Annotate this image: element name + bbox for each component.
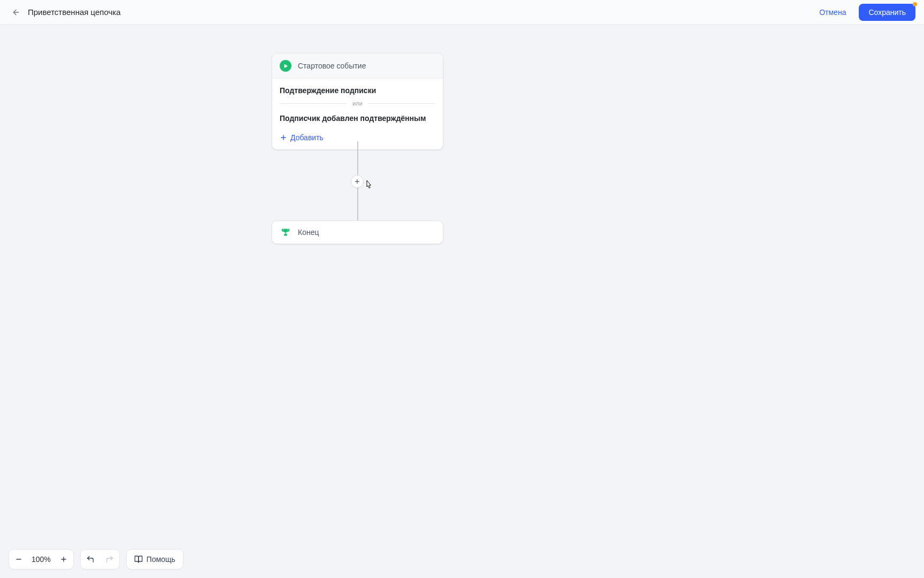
- arrow-left-icon: [12, 8, 20, 17]
- header-bar: Приветственная цепочка Отмена Сохранить: [0, 0, 924, 25]
- zoom-controls: 100%: [9, 549, 74, 569]
- or-divider: или: [280, 100, 435, 107]
- flow-canvas[interactable]: Стартовое событие Подтверждение подписки…: [0, 25, 924, 578]
- end-node-label: Конец: [298, 228, 319, 237]
- help-group: Помощь: [126, 549, 183, 569]
- back-button[interactable]: [9, 5, 24, 20]
- zoom-out-button[interactable]: [9, 550, 28, 569]
- add-step-button[interactable]: [351, 175, 364, 188]
- zoom-in-button[interactable]: [54, 550, 73, 569]
- start-node-header: Стартовое событие: [272, 54, 443, 79]
- redo-button[interactable]: [100, 550, 119, 569]
- help-button[interactable]: Помощь: [127, 550, 183, 569]
- trophy-icon: [280, 226, 291, 238]
- undo-button[interactable]: [81, 550, 100, 569]
- cancel-button[interactable]: Отмена: [812, 4, 853, 21]
- start-event-node[interactable]: Стартовое событие Подтверждение подписки…: [272, 53, 443, 150]
- pointer-cursor-icon: [363, 179, 374, 191]
- play-icon: [280, 60, 291, 72]
- page-title: Приветственная цепочка: [28, 7, 121, 17]
- bottom-toolbar: 100% Помощь: [9, 549, 183, 569]
- save-label: Сохранить: [868, 8, 906, 17]
- redo-icon: [105, 555, 114, 564]
- history-controls: [80, 549, 120, 569]
- plus-icon: [60, 556, 67, 563]
- help-label: Помощь: [147, 555, 175, 564]
- svg-marker-1: [284, 64, 287, 67]
- plus-icon: [280, 134, 287, 141]
- plus-icon: [354, 178, 360, 185]
- add-event-button[interactable]: Добавить: [280, 128, 324, 149]
- start-event-item[interactable]: Подтверждение подписки: [280, 79, 435, 100]
- undo-icon: [86, 555, 95, 564]
- start-node-title: Стартовое событие: [298, 62, 366, 70]
- unsaved-indicator-icon: [913, 2, 917, 6]
- or-label: или: [352, 100, 363, 107]
- end-node[interactable]: Конец: [272, 220, 443, 244]
- start-event-item[interactable]: Подписчик добавлен подтверждённым: [280, 107, 435, 128]
- add-event-label: Добавить: [290, 133, 324, 142]
- start-node-body: Подтверждение подписки или Подписчик доб…: [272, 79, 443, 149]
- book-icon: [134, 555, 143, 564]
- zoom-level: 100%: [28, 555, 54, 564]
- minus-icon: [15, 556, 22, 563]
- save-button[interactable]: Сохранить: [859, 4, 915, 21]
